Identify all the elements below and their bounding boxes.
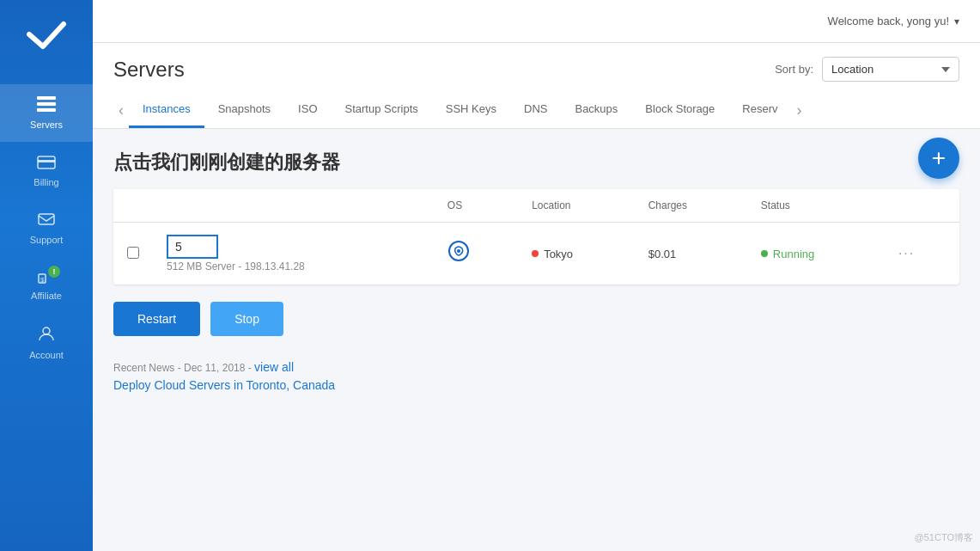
- account-icon: [38, 325, 55, 346]
- server-ip: 512 MB Server - 198.13.41.28: [167, 260, 420, 272]
- table-row[interactable]: 5 512 MB Server - 198.13.41.28: [113, 223, 959, 285]
- col-checkbox: [113, 189, 153, 223]
- tab-dns[interactable]: DNS: [510, 92, 561, 128]
- sidebar-account-label: Account: [29, 350, 64, 360]
- affiliate-badge-dot: !: [48, 266, 60, 278]
- restart-button[interactable]: Restart: [113, 302, 200, 336]
- col-status: Status: [747, 189, 885, 223]
- table-header-row: OS Location Charges Status: [113, 189, 959, 223]
- server-name-cell[interactable]: 5 512 MB Server - 198.13.41.28: [153, 223, 434, 285]
- tab-prev-button[interactable]: ‹: [113, 95, 129, 126]
- sort-row: Sort by: Location Date Name IP Address: [775, 57, 959, 82]
- news-meta: Recent News - Dec 11, 2018 - view all: [113, 360, 959, 374]
- svg-text:$: $: [40, 276, 45, 284]
- svg-point-10: [457, 249, 460, 253]
- server-os-cell: [434, 223, 518, 285]
- svg-rect-4: [38, 160, 55, 162]
- watermark: @51CTO博客: [915, 531, 973, 544]
- tab-iso[interactable]: ISO: [284, 92, 331, 128]
- svg-rect-1: [37, 102, 56, 106]
- sidebar-item-account[interactable]: Account: [0, 313, 93, 372]
- tab-snapshots[interactable]: Snapshots: [204, 92, 284, 128]
- affiliate-badge-container: $ !: [38, 269, 55, 291]
- tab-startup-scripts[interactable]: Startup Scripts: [332, 92, 432, 128]
- sidebar-support-label: Support: [30, 235, 64, 245]
- news-headline-link[interactable]: Deploy Cloud Servers in Toronto, Canada: [113, 378, 335, 392]
- billing-icon: [37, 154, 56, 174]
- col-actions: [885, 189, 959, 223]
- sort-select[interactable]: Location Date Name IP Address: [822, 57, 959, 82]
- charges-value: $0.01: [648, 248, 677, 260]
- col-name: [153, 189, 434, 223]
- col-location: Location: [518, 189, 635, 223]
- tab-instances[interactable]: Instances: [129, 92, 204, 128]
- view-all-link[interactable]: view all: [254, 360, 294, 374]
- action-buttons: Restart Stop: [113, 302, 959, 336]
- tab-next-button[interactable]: ›: [791, 95, 807, 126]
- main-content: Welcome back, yong yu! ▾ Servers Sort by…: [93, 0, 980, 551]
- tabs-bar: ‹ Instances Snapshots ISO Startup Script…: [113, 92, 959, 128]
- svg-rect-5: [39, 214, 54, 224]
- server-name-box[interactable]: 5: [167, 235, 218, 259]
- logo[interactable]: [17, 9, 76, 67]
- svg-rect-2: [37, 108, 56, 112]
- support-icon: [38, 211, 55, 231]
- content-area: + 点击我们刚刚创建的服务器 OS Location Charges Statu…: [93, 129, 980, 551]
- location-container: Tokyo: [532, 248, 621, 260]
- location-dot: [532, 250, 539, 257]
- status-text: Running: [773, 248, 814, 260]
- status-container: Running: [761, 248, 871, 260]
- sidebar-item-affiliate[interactable]: $ ! Affiliate: [0, 257, 93, 313]
- server-status-cell: Running: [747, 223, 885, 285]
- debian-icon: [447, 245, 470, 266]
- server-more-cell[interactable]: ···: [885, 223, 959, 285]
- sidebar: Servers Billing Support $: [0, 0, 93, 551]
- news-meta-text: Recent News - Dec 11, 2018 -: [113, 362, 252, 374]
- page-title: Servers: [113, 58, 185, 82]
- server-name: 5: [175, 240, 182, 254]
- header-row: Servers Sort by: Location Date Name IP A…: [113, 57, 959, 82]
- col-os: OS: [434, 189, 518, 223]
- col-charges: Charges: [635, 189, 747, 223]
- server-location-cell: Tokyo: [518, 223, 635, 285]
- location-text: Tokyo: [544, 248, 573, 260]
- tab-backups[interactable]: Backups: [561, 92, 631, 128]
- tab-ssh-keys[interactable]: SSH Keys: [432, 92, 510, 128]
- status-dot: [761, 250, 768, 257]
- more-options-button[interactable]: ···: [898, 246, 915, 261]
- sort-label: Sort by:: [775, 63, 813, 76]
- server-charges-cell: $0.01: [635, 223, 747, 285]
- annotation-text: 点击我们刚刚创建的服务器: [113, 150, 959, 175]
- stop-button[interactable]: Stop: [210, 302, 283, 336]
- sidebar-servers-label: Servers: [30, 119, 63, 130]
- row-checkbox[interactable]: [127, 247, 139, 259]
- servers-icon: [37, 96, 56, 116]
- svg-point-8: [43, 328, 50, 334]
- sidebar-item-support[interactable]: Support: [0, 199, 93, 257]
- welcome-message: Welcome back, yong yu!: [828, 15, 949, 28]
- tab-reserved-ips[interactable]: Reserv: [728, 92, 791, 128]
- tab-block-storage[interactable]: Block Storage: [631, 92, 728, 128]
- page-header: Servers Sort by: Location Date Name IP A…: [93, 43, 980, 129]
- topbar-dropdown-arrow[interactable]: ▾: [954, 15, 959, 28]
- sidebar-billing-label: Billing: [33, 177, 58, 187]
- add-server-fab[interactable]: +: [918, 138, 959, 179]
- sidebar-item-billing[interactable]: Billing: [0, 142, 93, 199]
- servers-table: OS Location Charges Status 5: [113, 189, 959, 285]
- topbar: Welcome back, yong yu! ▾: [93, 0, 980, 43]
- svg-rect-0: [37, 96, 56, 100]
- sidebar-item-servers[interactable]: Servers: [0, 84, 93, 142]
- sidebar-affiliate-label: Affiliate: [31, 291, 62, 301]
- news-section: Recent News - Dec 11, 2018 - view all De…: [113, 360, 959, 393]
- row-checkbox-cell[interactable]: [113, 223, 153, 285]
